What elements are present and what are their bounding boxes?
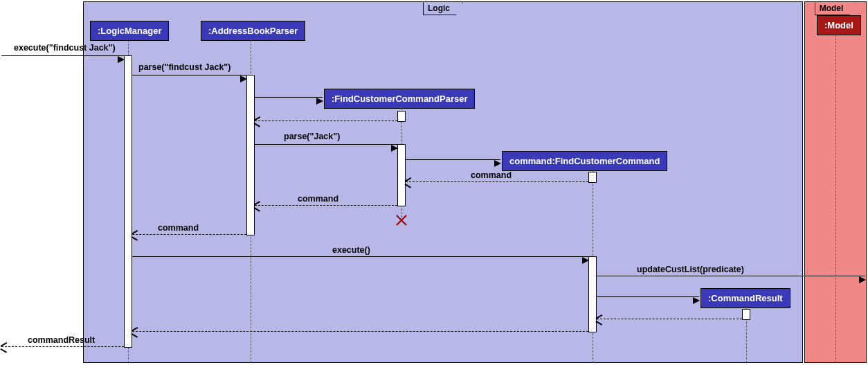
frame-logic-text: Logic	[428, 3, 450, 13]
msg-return-command-1: command	[471, 170, 512, 180]
msg-parse-jack: parse("Jack")	[284, 132, 340, 141]
msg-execute-cmd: execute()	[332, 245, 370, 255]
frame-model-label: Model	[815, 2, 857, 15]
frame-logic-label: Logic	[423, 2, 463, 15]
arrow-execute-in	[1, 55, 124, 56]
arrow-execute-cmd	[132, 256, 588, 257]
arrow-commandresult-out	[1, 346, 124, 347]
activation-findcommand-1	[588, 172, 597, 183]
lifeline-commandresult: :CommandResult	[700, 288, 790, 308]
lifeline-logicmanager: :LogicManager	[90, 21, 169, 41]
arrow-return-command-2	[255, 205, 397, 206]
lifeline-findcustomercommand: command:FindCustomerCommand	[502, 151, 667, 171]
lifeline-findcustomercommandparser: :FindCustomerCommandParser	[324, 89, 475, 109]
activation-findparser-1	[397, 111, 406, 122]
msg-execute-in: execute("findcust Jack")	[14, 43, 116, 53]
msg-parse-findcust: parse("findcust Jack")	[138, 62, 230, 72]
arrow-return-command-1	[406, 181, 588, 182]
arrow-return-findparser-ctor	[255, 121, 397, 121]
msg-return-command-2: command	[298, 194, 338, 204]
msg-updatecustlist: updateCustList(predicate)	[637, 265, 744, 274]
arrow-create-commandresult	[597, 296, 699, 297]
msg-return-command-3: command	[158, 223, 199, 233]
arrow-return-to-lm	[132, 331, 588, 332]
lifeline-model: :Model	[817, 15, 861, 35]
activation-logicmanager	[124, 55, 132, 348]
activation-commandresult	[742, 309, 750, 320]
arrow-parse-jack	[255, 144, 397, 145]
frame-logic: Logic	[83, 1, 803, 363]
arrow-parse-findcust	[132, 75, 246, 75]
arrow-create-findcommand	[406, 159, 500, 160]
destroy-findparser	[395, 213, 408, 227]
lifeline-addressbookparser: :AddressBookParser	[201, 21, 305, 41]
arrow-updatecustlist	[597, 276, 865, 276]
lifeline-line-model	[835, 35, 836, 363]
frame-model-text: Model	[820, 3, 844, 13]
msg-commandresult-out: commandResult	[28, 335, 95, 345]
arrow-return-command-3	[132, 234, 246, 235]
arrow-create-findparser	[255, 97, 323, 98]
arrow-return-commandresult	[597, 319, 742, 319]
activation-findparser-2	[397, 144, 406, 206]
